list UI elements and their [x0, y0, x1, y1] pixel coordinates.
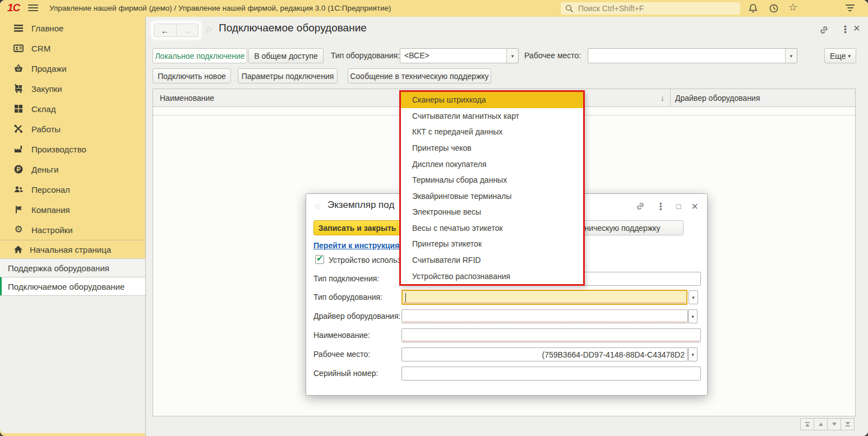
triangle-up-icon — [818, 421, 824, 428]
forward-button[interactable]: → — [177, 24, 199, 37]
connect-new-button[interactable]: Подключить новое — [153, 68, 231, 84]
sidebar-item-crm[interactable]: CRM — [0, 38, 145, 58]
sidebar-item-raboty[interactable]: Работы — [0, 119, 145, 139]
serial-input[interactable] — [402, 367, 700, 380]
factory-icon — [13, 144, 24, 154]
workplace-dropdown-button[interactable]: ▾ — [688, 347, 698, 361]
flag-icon — [13, 205, 24, 215]
dropdown-option[interactable]: Устройство распознавания — [401, 268, 583, 284]
dropdown-option[interactable]: Весы с печатью этикеток — [401, 220, 583, 236]
local-connection-toggle[interactable]: Локальное подключение — [153, 48, 247, 63]
1c-logo: 1С — [7, 2, 20, 14]
sidebar-item-prodazhi[interactable]: Продажи — [0, 58, 145, 78]
equipment-type-dropdown-button[interactable]: ▾ — [689, 290, 698, 304]
sidebar-item-proizvodstvo[interactable]: Производство — [0, 139, 145, 159]
chevron-down-icon: ▾ — [848, 53, 851, 59]
sidebar-item-kompaniya[interactable]: Компания — [0, 200, 145, 220]
ruble-coin-icon — [13, 164, 24, 174]
field-row-serial: Серийный номер: — [313, 367, 701, 381]
dropdown-option[interactable]: Считыватели RFID — [401, 252, 583, 268]
check-icon: ✔ — [316, 253, 324, 263]
name-input[interactable] — [402, 329, 700, 342]
dialog-close-icon[interactable]: × — [691, 202, 698, 211]
sidebar-item-nastroyki[interactable]: ⚙ Настройки — [0, 220, 145, 240]
main-menu-icon[interactable] — [28, 4, 38, 12]
history-clock-icon[interactable] — [768, 3, 779, 14]
sidebar-item-personal[interactable]: Персонал — [0, 179, 145, 200]
basket-icon — [13, 63, 24, 73]
list-pager — [801, 418, 855, 430]
window-title: Управление нашей фирмой (демо) / Управле… — [49, 4, 391, 12]
maximize-icon[interactable]: □ — [676, 202, 681, 211]
device-in-use-checkbox[interactable]: ✔ — [315, 255, 324, 264]
serial-input-wrap — [401, 367, 701, 381]
go-down-button[interactable] — [827, 418, 841, 430]
go-up-button[interactable] — [814, 418, 828, 430]
driver-input-wrap — [401, 309, 688, 323]
triangle-down-icon — [831, 421, 838, 428]
go-last-button[interactable] — [841, 418, 855, 430]
sidebar-item-home[interactable]: Начальная страница — [0, 240, 145, 258]
contact-card-icon — [13, 43, 24, 53]
app-window: 1С Управление нашей фирмой (демо) / Упра… — [0, 0, 868, 436]
equipment-type-filter-label: Тип оборудования: — [331, 48, 400, 63]
more-button[interactable]: Еще ▾ — [824, 48, 856, 63]
save-and-close-button[interactable]: Записать и закрыть — [313, 220, 401, 235]
chevron-down-icon[interactable]: ▾ — [785, 49, 797, 63]
driver-input[interactable] — [402, 310, 687, 323]
support-message-button[interactable]: Сообщение в техническую поддержку — [348, 68, 491, 84]
menu-icon — [13, 23, 24, 33]
equipment-type-dropdown-list: Сканеры штрихкода Считыватели магнитных … — [399, 90, 585, 286]
search-input[interactable] — [577, 3, 740, 13]
dropdown-option[interactable]: Считыватели магнитных карт — [401, 108, 583, 124]
back-button[interactable]: ← — [154, 24, 177, 37]
device-in-use-label: Устройство используе — [329, 256, 409, 265]
dropdown-option[interactable]: Сканеры штрихкода — [401, 92, 583, 108]
page-title: Подключаемое оборудование — [219, 22, 367, 34]
workplace-filter-label: Рабочее место: — [524, 48, 581, 63]
sidebar-item-sklad[interactable]: Склад — [0, 99, 145, 119]
instructions-link[interactable]: Перейти к инструкциям — [313, 241, 405, 250]
dropdown-option[interactable]: ККТ с передачей данных — [401, 124, 583, 140]
dropdown-option[interactable]: Принтеры чеков — [401, 140, 583, 156]
workplace-filter-select[interactable]: ▾ — [588, 48, 797, 63]
global-search[interactable] — [561, 2, 740, 15]
panels-menu-icon[interactable] — [844, 4, 856, 12]
dropdown-option[interactable]: Принтеры этикеток — [401, 236, 583, 252]
dropdown-option[interactable]: Дисплеи покупателя — [401, 156, 583, 172]
go-first-button[interactable] — [800, 418, 814, 430]
top-bar: 1С Управление нашей фирмой (демо) / Упра… — [0, 0, 868, 17]
connection-params-button[interactable]: Параметры подключения — [238, 68, 338, 84]
chevron-down-icon[interactable]: ▾ — [506, 49, 518, 63]
sidebar-item-podderzhka-oborudovaniya[interactable]: Поддержка оборудования — [0, 258, 145, 277]
name-input-wrap — [401, 328, 701, 342]
field-row-name: Наименование: — [313, 328, 701, 342]
dropdown-option[interactable]: Эквайринговые терминалы — [401, 188, 583, 204]
dropdown-option[interactable]: Терминалы сбора данных — [401, 172, 583, 188]
dropdown-option[interactable]: Электронные весы — [401, 204, 583, 220]
sidebar-item-dengi[interactable]: Деньги — [0, 159, 145, 179]
sidebar-item-zakupki[interactable]: Закупки — [0, 78, 145, 99]
get-link-icon[interactable] — [819, 25, 829, 35]
equipment-type-filter-select[interactable]: <ВСЕ> ▾ — [400, 48, 519, 63]
page-favorite-star-icon[interactable]: ☆ — [204, 24, 213, 36]
dialog-favorite-star-icon[interactable]: ☆ — [313, 201, 321, 211]
field-row-driver: Драйвер оборудования: ▾ — [313, 309, 701, 323]
sidebar-item-glavnoe[interactable]: Главное — [0, 18, 145, 38]
workplace-input[interactable] — [402, 348, 687, 361]
get-link-icon[interactable] — [635, 201, 645, 211]
sidebar-empty-panel — [0, 295, 145, 433]
driver-dropdown-button[interactable]: ▾ — [688, 309, 698, 323]
more-menu-icon[interactable]: ⋮ — [841, 25, 850, 34]
notifications-bell-icon[interactable] — [747, 3, 759, 14]
favorites-star-icon[interactable]: ☆ — [788, 1, 797, 13]
close-form-icon[interactable]: × — [853, 24, 860, 33]
cart-icon — [13, 84, 24, 94]
history-nav: ← → — [153, 22, 200, 38]
shared-access-toggle[interactable]: В общем доступе — [248, 48, 324, 63]
column-header-driver[interactable]: Драйвер оборудования — [671, 89, 855, 106]
sidebar-item-podklyuchaemoe-oborudovanie[interactable]: Подключаемое оборудование — [0, 277, 145, 295]
equipment-type-input[interactable] — [403, 291, 686, 304]
dialog-more-menu-icon[interactable]: ⋮ — [656, 202, 666, 211]
field-row-workplace: Рабочее место: ▾ — [313, 347, 701, 361]
